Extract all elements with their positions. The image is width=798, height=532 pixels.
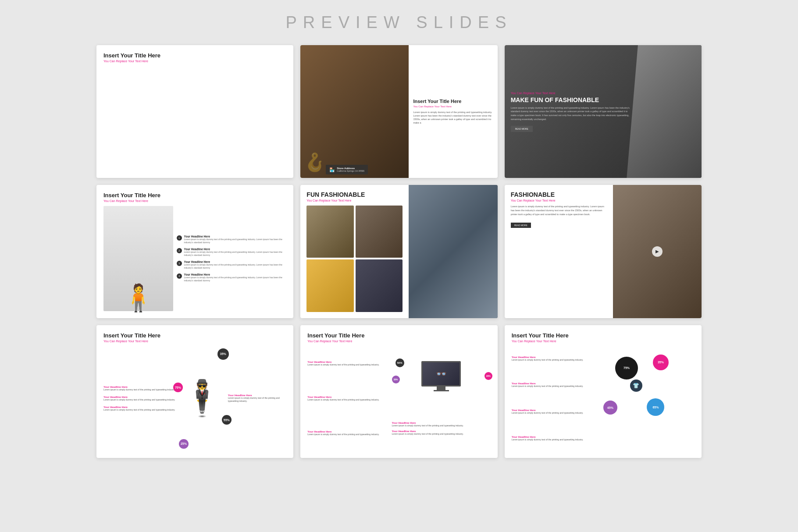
slide-5: FUN FASHIONABLE You Can Replace Your Tex…	[300, 185, 497, 318]
s5-cell-3	[306, 259, 354, 312]
slide-6: FASHIONABLE You Can Replace Your Text He…	[505, 185, 702, 318]
slide-8-subtitle: You Can Replace Your Text Here	[307, 340, 490, 343]
s8-right-body-2: Lorem ipsum is simply dummy text of the …	[392, 433, 491, 436]
slide-4-title: Insert Your Title Here	[103, 192, 286, 199]
slide-7-person-center: 🕴 35% 75% 55% 25%	[177, 346, 228, 451]
list-num-4: 4	[177, 273, 182, 279]
read-more-button-3[interactable]: READ MORE	[511, 126, 533, 132]
s8-body-3: Lorem ipsum is simply dummy text of the …	[307, 433, 388, 436]
s8-item-2: Your Headline Here Lorem ipsum is simply…	[307, 396, 388, 401]
slide-5-subtitle: You Can Replace Your Text Here	[306, 199, 403, 202]
pct-50-badge: 50%	[395, 358, 404, 367]
list-headline-4: Your Headline Here	[184, 273, 287, 276]
list-headline-1: Your Headline Here	[184, 235, 287, 238]
s9-body-2: Lorem ipsum is simply dummy text of the …	[512, 385, 593, 388]
bubble-65: 65%	[647, 398, 664, 416]
slide-4: Insert Your Title Here You Can Replace Y…	[96, 185, 293, 318]
s8-item-3: Your Headline Here Lorem ipsum is simply…	[307, 430, 388, 436]
store-address: California Springs CA 34566	[337, 170, 364, 172]
slide-7-right-items: Your Headline Here Lorem ipsum is simply…	[228, 346, 287, 451]
list-body-2: Lorem ipsum is simply dummy text of the …	[184, 251, 287, 257]
list-headline-3: Your Headline Here	[184, 260, 287, 263]
slide-6-video[interactable]: ▶	[613, 185, 702, 318]
s8-item-1: Your Headline Here Lorem ipsum is simply…	[307, 361, 388, 366]
slide-4-inner: 🧍 1 Your Headline Here Lorem ipsum is si…	[103, 206, 286, 311]
list-items: 1 Your Headline Here Lorem ipsum is simp…	[177, 206, 287, 311]
slide-8-right-items: Your Headline Here Lorem ipsum is simply…	[392, 422, 491, 436]
pct-26-badge: 26%	[484, 372, 492, 380]
slide-1-title: Insert Your Title Here	[103, 52, 286, 59]
store-icon: 🏪	[329, 167, 335, 172]
list-item-3: 3 Your Headline Here Lorem ipsum is simp…	[177, 260, 287, 270]
info-item-3: Your Headline Here Lorem ipsum is simply…	[103, 406, 177, 411]
bubble-45: 45%	[603, 401, 617, 415]
slide-3-body: Lorem ipsum is simply dummy text of the …	[511, 106, 631, 121]
s9-body-1: Lorem ipsum is simply dummy text of the …	[512, 358, 593, 362]
read-more-button-6[interactable]: READ MORE	[511, 223, 531, 228]
list-item-1: 1 Your Headline Here Lorem ipsum is simp…	[177, 235, 287, 244]
slide-2-body: Lorem ipsum is simply dummy text of the …	[413, 110, 493, 125]
play-button-icon[interactable]: ▶	[652, 246, 663, 257]
slide-4-subtitle: You Can Replace Your Text Here	[103, 199, 286, 202]
pct-badge-55: 55%	[222, 415, 232, 425]
slide-8-right: 👓 50% 26% 38% Your Headline Here Lorem i…	[392, 346, 491, 451]
slide-2-title: Insert Your Title Here	[413, 99, 493, 104]
slide-5-content: FUN FASHIONABLE You Can Replace Your Tex…	[300, 185, 409, 318]
info-item-4: Your Headline Here Lorem ipsum is simply…	[228, 394, 287, 403]
s8-right-body-1: Lorem ipsum is simply dummy text of the …	[392, 424, 491, 427]
slide-6-title: FASHIONABLE	[511, 191, 607, 198]
list-num-2: 2	[177, 248, 182, 253]
person-silhouette-icon: 🧍	[122, 285, 155, 311]
store-badge: 🏪 Store Address California Springs CA 34…	[326, 165, 368, 174]
s5-cell-2	[356, 206, 403, 258]
person-figure-icon: 🕴	[180, 378, 224, 419]
info-body-3: Lorem ipsum is simply dummy text of the …	[103, 408, 177, 411]
bubble-35: 35%	[653, 355, 669, 370]
monitor-base	[434, 390, 449, 391]
bubble-chart: 75% 35% 45% 65% 👕	[595, 346, 695, 451]
slides-grid: Insert Your Title Here You Can Replace Y…	[96, 45, 702, 458]
info-body-4: Lorem ipsum is simply dummy text of the …	[228, 397, 287, 403]
monitor-screen: 👓	[421, 361, 461, 387]
slide-1: Insert Your Title Here You Can Replace Y…	[96, 45, 293, 178]
slide-6-content: FASHIONABLE You Can Replace Your Text He…	[505, 185, 613, 318]
monitor-display: 👓 50% 26% 38%	[392, 361, 491, 391]
s9-body-4: Lorem ipsum is simply dummy text of the …	[512, 438, 593, 441]
s9-item-4: Your Headline Here Lorem ipsum is simply…	[512, 436, 593, 441]
list-item-4: 4 Your Headline Here Lorem ipsum is simp…	[177, 273, 287, 282]
bubble-75: 75%	[615, 357, 638, 379]
slide-9-left: Your Headline Here Lorem ipsum is simply…	[512, 346, 593, 451]
s9-item-3: Your Headline Here Lorem ipsum is simply…	[512, 409, 593, 415]
slide-5-title: FUN FASHIONABLE	[306, 191, 403, 198]
slide-6-body: Lorem ipsum is simply dummy text of the …	[511, 205, 607, 216]
slide-9-subtitle: You Can Replace Your Text Here	[512, 340, 695, 343]
info-body-1: Lorem ipsum is simply dummy text of the …	[103, 388, 177, 391]
s8-right-item-2: Your Headline Here Lorem ipsum is simply…	[392, 430, 491, 436]
slide-3-content: You Can Replace Your Text Here MAKE FUN …	[505, 45, 702, 178]
pct-38-badge: 38%	[392, 376, 400, 383]
person-image: 🧍	[103, 206, 173, 311]
slide-2: 🪝 🏪 Store Address California Springs CA …	[300, 45, 497, 178]
slide-7-subtitle: You Can Replace Your Text Here	[103, 340, 286, 343]
slide-9-bubble-chart: 75% 35% 45% 65% 👕	[595, 346, 695, 451]
slide-2-content: Insert Your Title Here You Can Replace Y…	[409, 45, 497, 178]
s8-right-item-1: Your Headline Here Lorem ipsum is simply…	[392, 422, 491, 427]
monitor-stand	[437, 387, 445, 390]
slide-8: Insert Your Title Here You Can Replace Y…	[300, 325, 497, 458]
slide-3-subtitle: You Can Replace Your Text Here	[511, 92, 695, 95]
slide-3: You Can Replace Your Text Here MAKE FUN …	[505, 45, 702, 178]
slide-8-inner: Your Headline Here Lorem ipsum is simply…	[307, 346, 490, 451]
s9-item-2: Your Headline Here Lorem ipsum is simply…	[512, 382, 593, 388]
slide-7: Insert Your Title Here You Can Replace Y…	[96, 325, 293, 458]
info-item-1: Your Headline Here Lorem ipsum is simply…	[103, 386, 177, 391]
list-item-2: 2 Your Headline Here Lorem ipsum is simp…	[177, 248, 287, 257]
list-body-1: Lorem ipsum is simply dummy text of the …	[184, 238, 287, 244]
shirt-icon-bubble: 👕	[630, 379, 642, 392]
info-body-2: Lorem ipsum is simply dummy text of the …	[103, 398, 177, 401]
pct-badge-35: 35%	[217, 348, 229, 360]
s8-body-2: Lorem ipsum is simply dummy text of the …	[307, 398, 388, 401]
s9-item-1: Your Headline Here Lorem ipsum is simply…	[512, 356, 593, 362]
slide-7-left-items: Your Headline Here Lorem ipsum is simply…	[103, 346, 177, 451]
slide-5-jeans-image	[409, 185, 497, 318]
slide-1-subtitle: You Can Replace Your Text Here	[103, 60, 286, 63]
